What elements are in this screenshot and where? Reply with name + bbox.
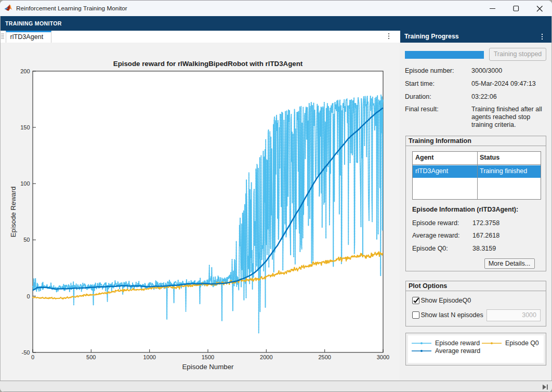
svg-text:0: 0 <box>31 354 34 360</box>
svg-text:150: 150 <box>20 124 30 130</box>
svg-text:1000: 1000 <box>143 354 155 360</box>
svg-text:100: 100 <box>20 180 30 187</box>
svg-text:1500: 1500 <box>202 354 214 360</box>
svg-text:50: 50 <box>23 237 30 243</box>
svg-text:Average reward: Average reward <box>435 347 480 355</box>
svg-text:Episode Reward: Episode Reward <box>9 186 17 237</box>
svg-text:Episode Number: Episode Number <box>182 362 234 370</box>
svg-text:Episode Q0: Episode Q0 <box>505 339 539 347</box>
svg-text:2500: 2500 <box>318 354 331 360</box>
svg-text:0: 0 <box>27 293 30 299</box>
svg-text:-50: -50 <box>22 349 30 355</box>
svg-text:Episode reward for rlWalkingBi: Episode reward for rlWalkingBipedRobot w… <box>113 59 303 67</box>
svg-text:200: 200 <box>20 68 30 74</box>
svg-text:Episode reward: Episode reward <box>435 339 480 347</box>
svg-text:3000: 3000 <box>377 354 389 360</box>
svg-text:2000: 2000 <box>260 354 272 360</box>
svg-text:500: 500 <box>86 354 96 360</box>
